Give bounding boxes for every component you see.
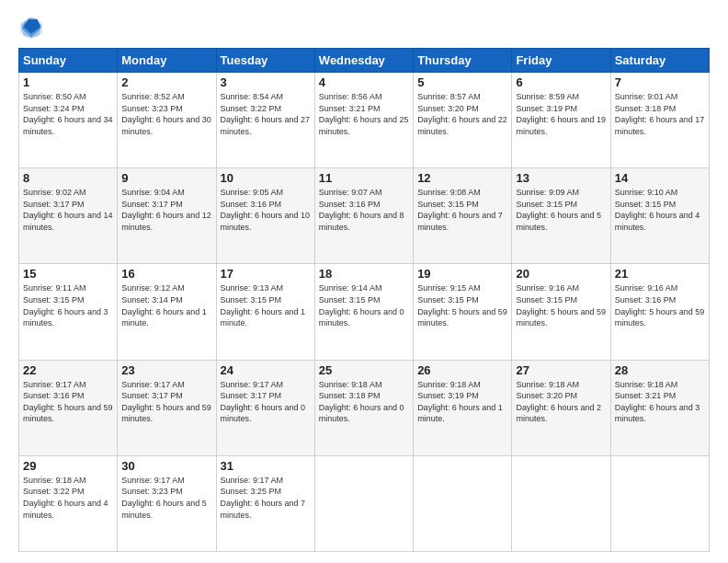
day-info: Sunrise: 8:59 AM Sunset: 3:19 PM Dayligh… [516,91,606,137]
header-day-sunday: Sunday [19,49,118,73]
day-info: Sunrise: 9:18 AM Sunset: 3:22 PM Dayligh… [23,475,113,521]
day-info: Sunrise: 8:52 AM Sunset: 3:23 PM Dayligh… [121,91,211,137]
day-info: Sunrise: 9:17 AM Sunset: 3:17 PM Dayligh… [221,379,311,425]
calendar-cell: 17 Sunrise: 9:13 AM Sunset: 3:15 PM Dayl… [216,264,314,360]
calendar-cell [610,455,709,551]
calendar-cell: 22 Sunrise: 9:17 AM Sunset: 3:16 PM Dayl… [19,360,118,455]
header-day-friday: Friday [512,49,610,73]
week-row-1: 1 Sunrise: 8:50 AM Sunset: 3:24 PM Dayli… [19,73,710,168]
day-number: 26 [417,363,507,377]
day-info: Sunrise: 9:18 AM Sunset: 3:19 PM Dayligh… [417,379,507,425]
day-number: 29 [23,459,113,473]
calendar-cell [314,455,413,551]
calendar-cell: 21 Sunrise: 9:16 AM Sunset: 3:16 PM Dayl… [610,264,709,360]
day-info: Sunrise: 8:54 AM Sunset: 3:22 PM Dayligh… [221,91,311,137]
day-number: 10 [221,171,311,185]
day-info: Sunrise: 9:11 AM Sunset: 3:15 PM Dayligh… [23,282,113,328]
day-info: Sunrise: 9:04 AM Sunset: 3:17 PM Dayligh… [121,187,211,233]
header-day-monday: Monday [118,49,216,73]
day-info: Sunrise: 9:01 AM Sunset: 3:18 PM Dayligh… [615,91,705,137]
calendar-cell: 26 Sunrise: 9:18 AM Sunset: 3:19 PM Dayl… [414,360,512,455]
day-number: 18 [319,267,409,281]
day-number: 15 [23,267,113,281]
calendar-cell: 2 Sunrise: 8:52 AM Sunset: 3:23 PM Dayli… [118,73,216,168]
header-day-thursday: Thursday [414,49,512,73]
calendar-cell: 4 Sunrise: 8:56 AM Sunset: 3:21 PM Dayli… [314,73,413,168]
calendar-cell: 10 Sunrise: 9:05 AM Sunset: 3:16 PM Dayl… [216,168,314,264]
day-number: 1 [23,75,113,89]
day-info: Sunrise: 9:18 AM Sunset: 3:18 PM Dayligh… [319,379,409,425]
day-info: Sunrise: 8:56 AM Sunset: 3:21 PM Dayligh… [319,91,409,137]
calendar-cell: 8 Sunrise: 9:02 AM Sunset: 3:17 PM Dayli… [19,168,118,264]
day-number: 8 [23,171,113,185]
day-info: Sunrise: 9:17 AM Sunset: 3:23 PM Dayligh… [121,475,211,521]
day-info: Sunrise: 9:17 AM Sunset: 3:25 PM Dayligh… [221,475,311,521]
header-day-saturday: Saturday [610,49,709,73]
day-number: 21 [615,267,705,281]
day-number: 22 [23,363,113,377]
calendar-cell: 24 Sunrise: 9:17 AM Sunset: 3:17 PM Dayl… [216,360,314,455]
calendar-cell: 6 Sunrise: 8:59 AM Sunset: 3:19 PM Dayli… [512,73,610,168]
calendar-cell: 7 Sunrise: 9:01 AM Sunset: 3:18 PM Dayli… [610,73,709,168]
day-number: 24 [221,363,311,377]
calendar-cell: 28 Sunrise: 9:18 AM Sunset: 3:21 PM Dayl… [610,360,709,455]
day-info: Sunrise: 9:14 AM Sunset: 3:15 PM Dayligh… [319,282,409,328]
day-number: 12 [417,171,507,185]
calendar-cell [414,455,512,551]
calendar-cell: 15 Sunrise: 9:11 AM Sunset: 3:15 PM Dayl… [19,264,118,360]
calendar-cell: 9 Sunrise: 9:04 AM Sunset: 3:17 PM Dayli… [118,168,216,264]
day-info: Sunrise: 9:05 AM Sunset: 3:16 PM Dayligh… [221,187,311,233]
calendar-cell: 5 Sunrise: 8:57 AM Sunset: 3:20 PM Dayli… [414,73,512,168]
logo [18,15,48,40]
day-number: 23 [121,363,211,377]
header-day-wednesday: Wednesday [314,49,413,73]
day-number: 13 [516,171,606,185]
day-number: 7 [615,75,705,89]
week-row-5: 29 Sunrise: 9:18 AM Sunset: 3:22 PM Dayl… [19,455,710,551]
day-info: Sunrise: 9:12 AM Sunset: 3:14 PM Dayligh… [121,282,211,328]
day-number: 6 [516,75,606,89]
calendar-cell: 13 Sunrise: 9:09 AM Sunset: 3:15 PM Dayl… [512,168,610,264]
day-info: Sunrise: 9:18 AM Sunset: 3:20 PM Dayligh… [516,379,606,425]
day-number: 4 [319,75,409,89]
calendar-cell: 25 Sunrise: 9:18 AM Sunset: 3:18 PM Dayl… [314,360,413,455]
day-info: Sunrise: 9:16 AM Sunset: 3:15 PM Dayligh… [516,282,606,328]
day-number: 30 [121,459,211,473]
calendar-cell: 31 Sunrise: 9:17 AM Sunset: 3:25 PM Dayl… [216,455,314,551]
page: SundayMondayTuesdayWednesdayThursdayFrid… [0,0,728,563]
day-info: Sunrise: 9:15 AM Sunset: 3:15 PM Dayligh… [417,282,507,328]
calendar-cell [512,455,610,551]
header-row: SundayMondayTuesdayWednesdayThursdayFrid… [19,49,710,73]
day-info: Sunrise: 9:02 AM Sunset: 3:17 PM Dayligh… [23,187,113,233]
week-row-2: 8 Sunrise: 9:02 AM Sunset: 3:17 PM Dayli… [19,168,710,264]
day-number: 25 [319,363,409,377]
day-number: 14 [615,171,705,185]
day-number: 17 [221,267,311,281]
calendar-cell: 30 Sunrise: 9:17 AM Sunset: 3:23 PM Dayl… [118,455,216,551]
day-info: Sunrise: 9:16 AM Sunset: 3:16 PM Dayligh… [615,282,705,328]
calendar-cell: 11 Sunrise: 9:07 AM Sunset: 3:16 PM Dayl… [314,168,413,264]
day-number: 27 [516,363,606,377]
calendar-cell: 12 Sunrise: 9:08 AM Sunset: 3:15 PM Dayl… [414,168,512,264]
day-number: 2 [121,75,211,89]
day-info: Sunrise: 9:07 AM Sunset: 3:16 PM Dayligh… [319,187,409,233]
day-number: 11 [319,171,409,185]
logo-icon [18,15,44,40]
day-info: Sunrise: 9:17 AM Sunset: 3:17 PM Dayligh… [121,379,211,425]
calendar-cell: 23 Sunrise: 9:17 AM Sunset: 3:17 PM Dayl… [118,360,216,455]
header-day-tuesday: Tuesday [216,49,314,73]
day-number: 16 [121,267,211,281]
day-info: Sunrise: 8:50 AM Sunset: 3:24 PM Dayligh… [23,91,113,137]
calendar-cell: 20 Sunrise: 9:16 AM Sunset: 3:15 PM Dayl… [512,264,610,360]
day-number: 9 [121,171,211,185]
day-info: Sunrise: 9:17 AM Sunset: 3:16 PM Dayligh… [23,379,113,425]
calendar-table: SundayMondayTuesdayWednesdayThursdayFrid… [18,48,710,552]
day-info: Sunrise: 9:10 AM Sunset: 3:15 PM Dayligh… [615,187,705,233]
week-row-3: 15 Sunrise: 9:11 AM Sunset: 3:15 PM Dayl… [19,264,710,360]
day-info: Sunrise: 9:13 AM Sunset: 3:15 PM Dayligh… [221,282,311,328]
day-info: Sunrise: 9:09 AM Sunset: 3:15 PM Dayligh… [516,187,606,233]
day-number: 28 [615,363,705,377]
calendar-cell: 1 Sunrise: 8:50 AM Sunset: 3:24 PM Dayli… [19,73,118,168]
calendar-cell: 29 Sunrise: 9:18 AM Sunset: 3:22 PM Dayl… [19,455,118,551]
day-number: 5 [417,75,507,89]
